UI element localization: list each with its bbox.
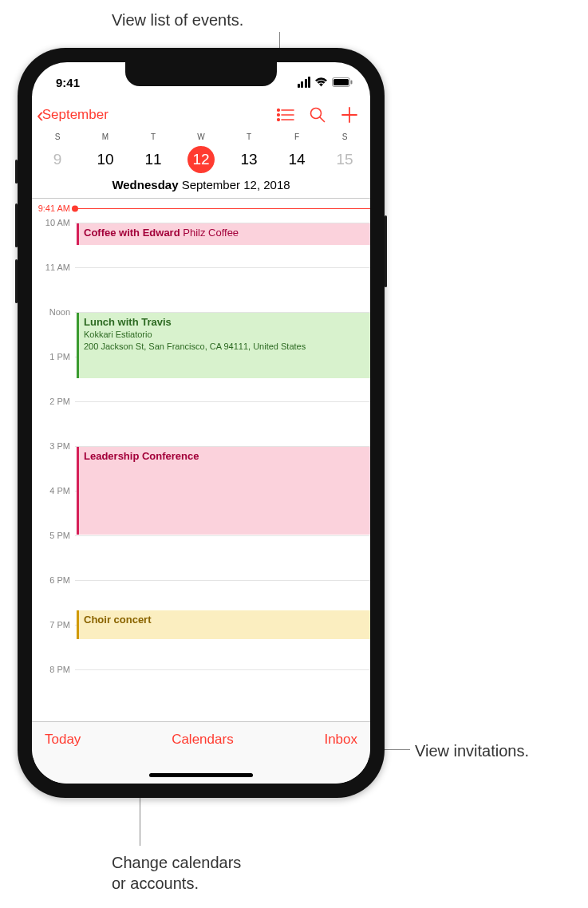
day-letter: T: [225, 132, 273, 141]
callout-bottom-l1: Change calendars: [112, 854, 241, 871]
now-dot: [72, 206, 78, 212]
day-col-wed[interactable]: W12: [177, 132, 225, 173]
event-title: Lunch with Travis: [84, 316, 172, 328]
hour-line: [75, 267, 370, 268]
day-num: 14: [283, 146, 310, 173]
battery-icon: [332, 77, 353, 87]
day-letter: S: [321, 132, 369, 141]
list-icon: [277, 109, 294, 121]
list-view-button[interactable]: [270, 99, 302, 131]
svg-point-3: [278, 109, 280, 112]
hour-label: 8 PM: [32, 665, 75, 674]
day-num-today: 12: [187, 146, 215, 173]
hour-label: 10 AM: [32, 218, 75, 227]
hour-line: [75, 401, 370, 402]
hour-label: 1 PM: [32, 352, 75, 361]
svg-point-5: [278, 114, 280, 116]
svg-line-10: [320, 117, 325, 122]
bottom-toolbar: Today Calendars Inbox: [32, 721, 370, 784]
back-label: September: [42, 107, 109, 123]
now-time-label: 9:41 AM: [32, 203, 75, 213]
back-button[interactable]: ‹ September: [34, 101, 112, 128]
hour-label: Noon: [32, 307, 75, 317]
svg-point-7: [278, 119, 280, 121]
event-coffee[interactable]: Coffee with Edward Philz Coffee: [77, 223, 370, 245]
hour-label: 5 PM: [32, 531, 75, 540]
day-col-sat[interactable]: S15: [321, 132, 369, 173]
navbar: ‹ September: [32, 97, 370, 132]
hour-label: 4 PM: [32, 486, 75, 495]
hour-line: [75, 580, 370, 581]
date-label: Wednesday September 12, 2018: [32, 173, 370, 198]
wifi-icon: [314, 77, 328, 87]
event-sub1: Kokkari Estiatorio: [84, 329, 365, 340]
day-letter: W: [177, 132, 225, 141]
event-location: Philz Coffee: [180, 227, 239, 239]
day-num: 15: [331, 146, 358, 173]
hour-label: 11 AM: [32, 263, 75, 272]
hour-label: 7 PM: [32, 620, 75, 630]
volume-down: [15, 259, 18, 303]
event-title: Choir concert: [84, 614, 152, 626]
day-letter: S: [34, 132, 81, 141]
day-letter: M: [81, 132, 129, 141]
callout-right: View invitations.: [415, 740, 529, 761]
event-lunch[interactable]: Lunch with Travis Kokkari Estiatorio 200…: [77, 313, 370, 378]
svg-rect-1: [333, 79, 349, 85]
day-letter: F: [273, 132, 321, 141]
hour-line: [75, 535, 370, 536]
cellular-icon: [298, 77, 311, 88]
day-col-thu[interactable]: T13: [225, 132, 273, 173]
volume-up: [15, 203, 18, 247]
now-line: [75, 208, 370, 209]
today-button[interactable]: Today: [45, 732, 81, 748]
day-col-mon[interactable]: M10: [81, 132, 129, 173]
hour-label: 6 PM: [32, 575, 75, 585]
event-choir[interactable]: Choir concert: [77, 610, 370, 639]
event-title: Leadership Conference: [84, 450, 199, 462]
timeline[interactable]: 9:41 AM 10 AM 11 AM Noon 1 PM 2 PM 3 PM …: [32, 199, 370, 679]
phone-frame: 9:41 ‹ September: [18, 48, 385, 798]
plus-icon: [341, 106, 358, 124]
home-indicator[interactable]: [149, 773, 253, 777]
callout-top: View list of events.: [112, 10, 243, 30]
event-title: Coffee with Edward: [84, 227, 180, 239]
day-num: 10: [92, 146, 119, 173]
event-conference[interactable]: Leadership Conference: [77, 447, 370, 535]
day-col-sun[interactable]: S9: [34, 132, 81, 173]
hour-line: [75, 669, 370, 670]
date-rest: September 12, 2018: [178, 178, 290, 191]
hour-label: 3 PM: [32, 441, 75, 451]
notch: [125, 62, 277, 86]
inbox-button[interactable]: Inbox: [324, 732, 357, 748]
day-num: 11: [140, 146, 167, 173]
calendars-button[interactable]: Calendars: [81, 732, 324, 748]
mute-switch: [15, 160, 18, 184]
callout-bottom-l2: or accounts.: [112, 874, 199, 892]
status-time: 9:41: [49, 71, 80, 89]
day-col-fri[interactable]: F14: [273, 132, 321, 173]
hour-label: 2 PM: [32, 397, 75, 406]
day-num: 13: [235, 146, 262, 173]
screen: 9:41 ‹ September: [32, 62, 370, 784]
callout-bottom: Change calendars or accounts.: [112, 852, 241, 894]
power-button: [385, 215, 387, 287]
day-col-tue[interactable]: T11: [129, 132, 177, 173]
week-strip[interactable]: S9 M10 T11 W12 T13 F14 S15: [32, 132, 370, 173]
date-weekday: Wednesday: [112, 178, 178, 191]
search-button[interactable]: [302, 99, 333, 131]
event-sub2: 200 Jackson St, San Francisco, CA 94111,…: [84, 341, 365, 352]
day-num: 9: [44, 146, 71, 173]
svg-rect-2: [351, 81, 353, 85]
day-letter: T: [129, 132, 177, 141]
search-icon: [310, 107, 326, 123]
add-event-button[interactable]: [333, 99, 365, 131]
status-icons: [298, 72, 353, 88]
